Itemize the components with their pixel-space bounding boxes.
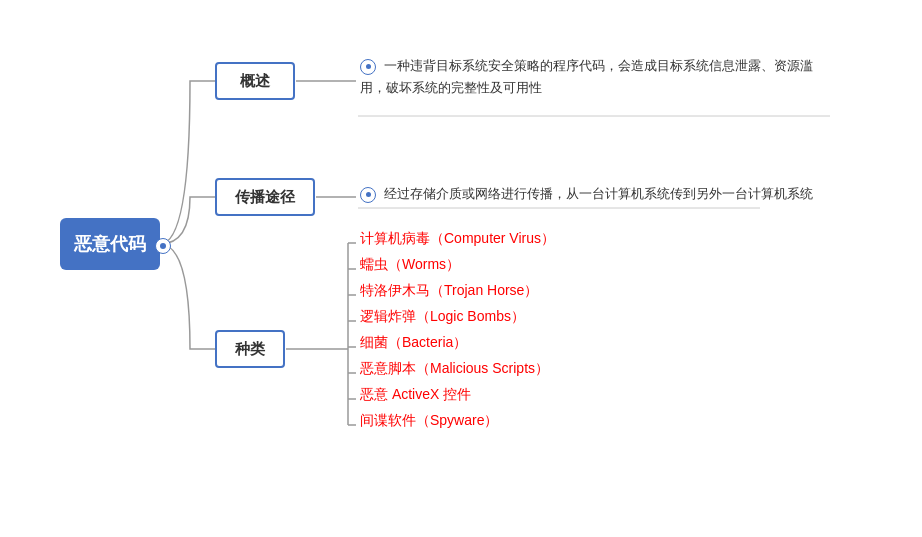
branch-overview: 概述	[215, 62, 295, 100]
leaf-bacteria: 细菌（Bacteria）	[360, 334, 467, 352]
leaf-trojan: 特洛伊木马（Trojan Horse）	[360, 282, 538, 300]
leaf-bacteria-text: 细菌（Bacteria）	[360, 334, 467, 350]
leaf-activex-text: 恶意 ActiveX 控件	[360, 386, 471, 402]
leaf-spyware: 间谍软件（Spyware）	[360, 412, 498, 430]
overview-desc: 一种违背目标系统安全策略的程序代码，会造成目标系统信息泄露、资源滥用，破坏系统的…	[360, 55, 820, 99]
root-node: 恶意代码	[60, 218, 160, 270]
leaf-logic-bombs-text: 逻辑炸弹（Logic Bombs）	[360, 308, 525, 324]
branch-overview-label: 概述	[240, 72, 270, 91]
leaf-virus: 计算机病毒（Computer Virus）	[360, 230, 555, 248]
branch-types: 种类	[215, 330, 285, 368]
root-expand-icon[interactable]	[155, 238, 171, 254]
leaf-trojan-text: 特洛伊木马（Trojan Horse）	[360, 282, 538, 298]
spread-desc-text: 经过存储介质或网络进行传播，从一台计算机系统传到另外一台计算机系统	[384, 186, 813, 201]
leaf-activex: 恶意 ActiveX 控件	[360, 386, 471, 404]
overview-desc-text: 一种违背目标系统安全策略的程序代码，会造成目标系统信息泄露、资源滥用，破坏系统的…	[360, 58, 813, 95]
branch-types-label: 种类	[235, 340, 265, 359]
leaf-malicious-scripts-text: 恶意脚本（Malicious Scripts）	[360, 360, 549, 376]
root-label: 恶意代码	[74, 232, 146, 256]
leaf-malicious-scripts: 恶意脚本（Malicious Scripts）	[360, 360, 549, 378]
spread-desc: 经过存储介质或网络进行传播，从一台计算机系统传到另外一台计算机系统	[360, 183, 813, 205]
leaf-worms-text: 蠕虫（Worms）	[360, 256, 460, 272]
leaf-virus-text: 计算机病毒（Computer Virus）	[360, 230, 555, 246]
branch-spread: 传播途径	[215, 178, 315, 216]
mind-map: 恶意代码 概述 传播途径 种类 一种违背目标系统安全策略的程序代码，会造成目标系…	[0, 0, 922, 537]
leaf-logic-bombs: 逻辑炸弹（Logic Bombs）	[360, 308, 525, 326]
leaf-spyware-text: 间谍软件（Spyware）	[360, 412, 498, 428]
leaf-worms: 蠕虫（Worms）	[360, 256, 460, 274]
branch-spread-label: 传播途径	[235, 188, 295, 207]
